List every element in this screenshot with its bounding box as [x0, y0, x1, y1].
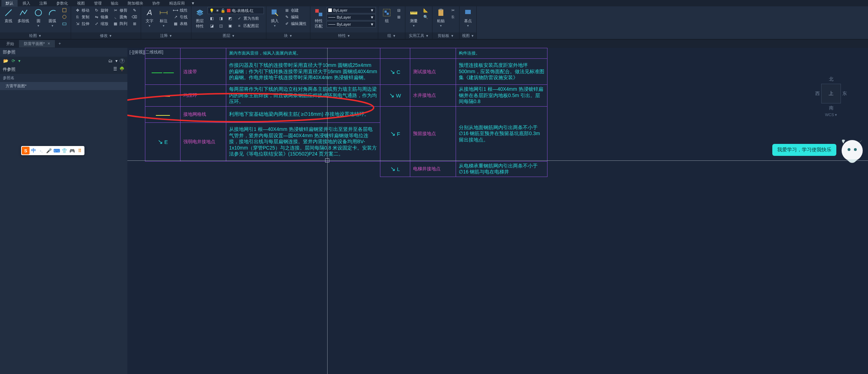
ime-voice-icon[interactable]: 🎤 — [45, 147, 53, 154]
panel-modify: ✥移动 ⎘复制 ⇲拉伸 ↻旋转 ⇋镜像 ⤢缩放 ✂修剪 ◟圆角 ▦阵列 ✎ ⌫ … — [71, 6, 141, 39]
xref-list: 方雷平面图* — [0, 82, 127, 374]
arc-button[interactable]: 圆弧▼ — [46, 7, 59, 28]
linear-dim-button[interactable]: ⟷线性 — [171, 7, 189, 13]
edit-attr-button[interactable]: ✐编辑属性 — [283, 20, 308, 27]
trim-button[interactable]: ✂修剪 — [111, 7, 129, 13]
match-layer-button[interactable]: ≡匹配图层 — [235, 23, 260, 29]
add-tab-button[interactable]: + — [55, 40, 64, 47]
ribbon-tab-parametric[interactable]: 参数化 — [52, 0, 72, 7]
ribbon-tab-insert[interactable]: 插入 — [18, 0, 34, 7]
ribbon-tab-view[interactable]: 视图 — [73, 0, 89, 7]
set-current-button[interactable]: ✓置为当前 — [235, 15, 260, 21]
group-tool-1[interactable]: ⊟ — [394, 7, 403, 13]
cut-button[interactable]: ✂ — [449, 7, 457, 13]
color-dropdown[interactable]: ByLayer▼ — [327, 7, 376, 13]
drawing-canvas[interactable]: [-][俯视][二维线框] 展内市面风雷排，倾风入面展内农尾。 构件连接。 连接… — [127, 48, 868, 374]
viewcube-top[interactable]: 上 — [821, 84, 841, 103]
assistant-character[interactable] — [833, 135, 868, 177]
tree-view-icon[interactable]: 🌳 — [119, 66, 125, 72]
panel-utilities: 测量▼ 📐 🔍 实用工具▼ — [405, 6, 432, 39]
paste-button[interactable]: 粘贴▼ — [435, 7, 447, 28]
layer-tool-2[interactable]: ◨ — [217, 15, 225, 21]
ribbon-tab-addins[interactable]: 附加模块 — [123, 0, 147, 7]
layer-tool-4[interactable]: ◪ — [208, 23, 216, 29]
lineweight-dropdown[interactable]: ByLayer▼ — [327, 14, 376, 20]
stretch-button[interactable]: ⇲拉伸 — [73, 20, 91, 27]
base-point-button[interactable]: 基点▼ — [462, 7, 474, 28]
draw-extra-3[interactable] — [60, 20, 69, 27]
close-icon[interactable]: × — [47, 41, 50, 46]
group-button[interactable]: 组 — [380, 7, 393, 24]
layer-current-name: 电-表格线-红 — [232, 8, 254, 13]
polyline-button[interactable]: 多段线 — [16, 7, 31, 24]
draw-extra-2[interactable] — [60, 14, 69, 20]
copy-clip-button[interactable]: ⎘ — [449, 14, 457, 20]
table-cell: 接地网格线 — [183, 112, 206, 117]
edit-block-button[interactable]: ✎编辑 — [283, 14, 308, 20]
leader-button[interactable]: ↗引线 — [171, 14, 189, 20]
insert-block-button[interactable]: 插入▼ — [268, 7, 281, 28]
table-cell: 构件连接。 — [459, 51, 480, 56]
ime-game-icon[interactable]: 🎮 — [68, 147, 76, 154]
array-button[interactable]: ▦阵列 — [111, 20, 129, 27]
layer-properties-button[interactable]: 图层 特性 — [194, 7, 206, 30]
svg-point-25 — [854, 148, 857, 151]
viewcube[interactable]: 北 西 上 东 南 WCS ▾ — [815, 76, 847, 117]
list-view-icon[interactable]: ☰ — [113, 66, 117, 72]
xref-item[interactable]: 方雷平面图* — [0, 82, 127, 90]
sun-icon: ☀ — [216, 8, 219, 13]
fillet-button[interactable]: ◟圆角 — [111, 14, 129, 20]
ribbon-tab-output[interactable]: 输出 — [107, 0, 123, 7]
line-button[interactable]: 直线 — [2, 7, 15, 24]
modify-ex2[interactable]: ⌫ — [130, 14, 139, 20]
match-properties-button[interactable]: 特性 匹配 — [312, 7, 325, 30]
layer-dropdown[interactable]: 💡 ☀ 🔓 电-表格线-红 — [208, 7, 264, 14]
ime-punct-button[interactable]: •, — [37, 147, 45, 154]
xref-tool-icon[interactable]: 🗂 — [108, 58, 113, 64]
ribbon-tab-manage[interactable]: 管理 — [90, 0, 106, 7]
layer-tool-5[interactable]: ◫ — [217, 23, 225, 29]
ribbon-tab-annotate[interactable]: 注释 — [35, 0, 51, 7]
layer-tool-6[interactable]: ▣ — [226, 23, 234, 29]
ime-lang-button[interactable]: 中 — [30, 147, 37, 154]
xref-attach-icon[interactable]: 📂 — [3, 58, 8, 64]
dimension-button[interactable]: 标注▼ — [157, 7, 170, 28]
ribbon: 直线 多段线 圆▼ 圆弧▼ 绘图▼ ✥移动 ⎘复制 ⇲拉伸 ↻旋转 ⇋镜像 ⤢缩… — [0, 6, 868, 39]
draw-extra-1[interactable] — [60, 7, 69, 13]
scale-button[interactable]: ⤢缩放 — [92, 20, 110, 27]
rotate-button[interactable]: ↻旋转 — [92, 7, 110, 13]
ribbon-overflow-icon[interactable]: ▼ — [191, 1, 195, 5]
ime-logo-icon[interactable]: S — [22, 147, 30, 154]
util-tool-1[interactable]: 📐 — [422, 7, 430, 13]
modify-ex1[interactable]: ✎ — [130, 7, 139, 13]
xref-column-header[interactable]: 参照名 — [0, 74, 127, 82]
panel-block: 插入▼ ⊞创建 ✎编辑 ✐编辑属性 块▼ — [266, 6, 310, 39]
file-tab-active[interactable]: 防雷平面图*× — [19, 40, 55, 47]
ime-keyboard-icon[interactable]: ⌨ — [53, 147, 61, 154]
group-tool-2[interactable]: ⊞ — [394, 14, 403, 20]
layer-tool-1[interactable]: ◧ — [208, 15, 216, 21]
table-button[interactable]: ▦表格 — [171, 20, 189, 27]
ime-menu-icon[interactable]: ⠿ — [76, 147, 84, 154]
modify-ex3[interactable]: ⊞ — [130, 20, 139, 27]
text-button[interactable]: A文字▼ — [143, 7, 156, 28]
copy-button[interactable]: ⎘复制 — [73, 14, 91, 20]
ime-toolbar[interactable]: S 中 •, 🎤 ⌨ 👕 🎮 ⠿ — [21, 146, 84, 155]
ribbon-tab-default[interactable]: 默认 — [1, 0, 18, 7]
circle-button[interactable]: 圆▼ — [32, 7, 45, 28]
measure-button[interactable]: 测量▼ — [407, 7, 420, 28]
panel-layers-title: 图层 — [223, 33, 230, 38]
linetype-dropdown[interactable]: ByLayer▼ — [327, 21, 376, 27]
ribbon-tab-featured[interactable]: 精选应用 — [165, 0, 189, 7]
move-button[interactable]: ✥移动 — [73, 7, 91, 13]
ime-skin-icon[interactable]: 👕 — [61, 147, 68, 154]
ribbon-tab-collab[interactable]: 协作 — [148, 0, 164, 7]
util-tool-2[interactable]: 🔍 — [422, 14, 430, 20]
wcs-label[interactable]: WCS ▾ — [815, 113, 847, 117]
create-block-button[interactable]: ⊞创建 — [283, 7, 308, 13]
help-icon[interactable]: ? — [120, 58, 125, 63]
layer-tool-3[interactable]: ◩ — [226, 15, 234, 21]
mirror-button[interactable]: ⇋镜像 — [92, 14, 110, 20]
file-tab-home[interactable]: 开始 — [1, 40, 19, 47]
refresh-icon[interactable]: ⟳ — [11, 58, 16, 64]
